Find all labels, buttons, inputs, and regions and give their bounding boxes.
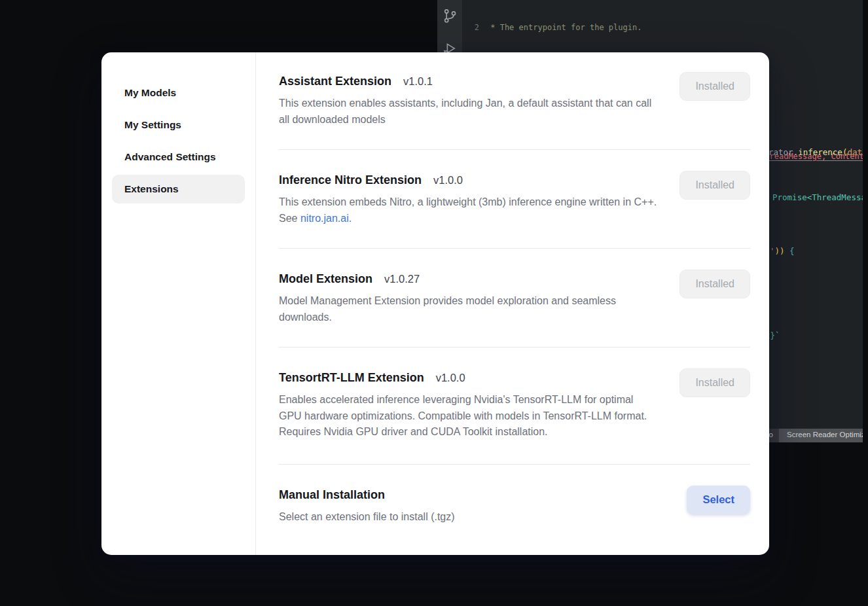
extension-title: Assistant Extension bbox=[279, 72, 391, 90]
extension-description: Model Management Extension provides mode… bbox=[279, 293, 657, 325]
sidebar-item-advanced-settings[interactable]: Advanced Settings bbox=[112, 143, 245, 171]
extension-version: v1.0.0 bbox=[436, 372, 465, 384]
status-item-screen-reader[interactable]: Screen Reader Optimized bbox=[779, 429, 863, 442]
select-file-button[interactable]: Select bbox=[687, 486, 750, 514]
installed-button[interactable]: Installed bbox=[679, 72, 750, 101]
extension-title: TensortRT-LLM Extension bbox=[279, 368, 424, 387]
extensions-panel: Assistant Extension v1.0.1 This extensio… bbox=[256, 52, 769, 555]
extension-row-tensorrt-llm: TensortRT-LLM Extension v1.0.0 Enables a… bbox=[279, 348, 750, 465]
extension-row-model: Model Extension v1.0.27 Model Management… bbox=[279, 249, 750, 348]
nitro-jan-ai-link[interactable]: nitro.jan.ai. bbox=[300, 213, 352, 224]
extension-row-inference-nitro: Inference Nitro Extension v1.0.0 This ex… bbox=[279, 150, 750, 249]
code-fragment: rator.inference(data)); bbox=[769, 147, 863, 157]
extension-description: This extension embeds Nitro, a lightweig… bbox=[279, 194, 657, 226]
installed-button[interactable]: Installed bbox=[679, 270, 750, 298]
sidebar-item-extensions[interactable]: Extensions bbox=[112, 175, 245, 204]
extension-description: Enables accelerated inference leveraging… bbox=[279, 392, 657, 440]
manual-installation-description: Select an extension file to install (.tg… bbox=[279, 509, 455, 526]
installed-button[interactable]: Installed bbox=[679, 171, 750, 200]
extension-title: Model Extension bbox=[279, 270, 372, 288]
extension-version: v1.0.1 bbox=[403, 75, 433, 88]
settings-sidebar: My Models My Settings Advanced Settings … bbox=[101, 52, 256, 555]
extension-version: v1.0.0 bbox=[433, 174, 463, 187]
manual-installation-row: Manual Installation Select an extension … bbox=[279, 465, 750, 541]
extension-version: v1.0.27 bbox=[384, 273, 420, 285]
installed-button[interactable]: Installed bbox=[679, 368, 750, 397]
sidebar-item-my-models[interactable]: My Models bbox=[112, 79, 245, 107]
manual-installation-title: Manual Installation bbox=[279, 486, 385, 504]
code-line: 2 * The entrypoint for the plugin. bbox=[462, 22, 863, 33]
extension-title: Inference Nitro Extension bbox=[279, 171, 422, 189]
line-number: 2 bbox=[462, 22, 486, 33]
extension-description: This extension enables assistants, inclu… bbox=[279, 96, 657, 128]
code-fragment: ')) { bbox=[770, 246, 795, 256]
source-control-icon[interactable] bbox=[442, 8, 458, 26]
settings-dialog: My Models My Settings Advanced Settings … bbox=[101, 52, 769, 555]
extension-row-assistant: Assistant Extension v1.0.1 This extensio… bbox=[279, 52, 750, 150]
code-fragment: Promise<ThreadMessage> bbox=[772, 192, 863, 202]
code-text: * The entrypoint for the plugin. bbox=[486, 22, 642, 33]
sidebar-item-my-settings[interactable]: My Settings bbox=[112, 111, 245, 139]
